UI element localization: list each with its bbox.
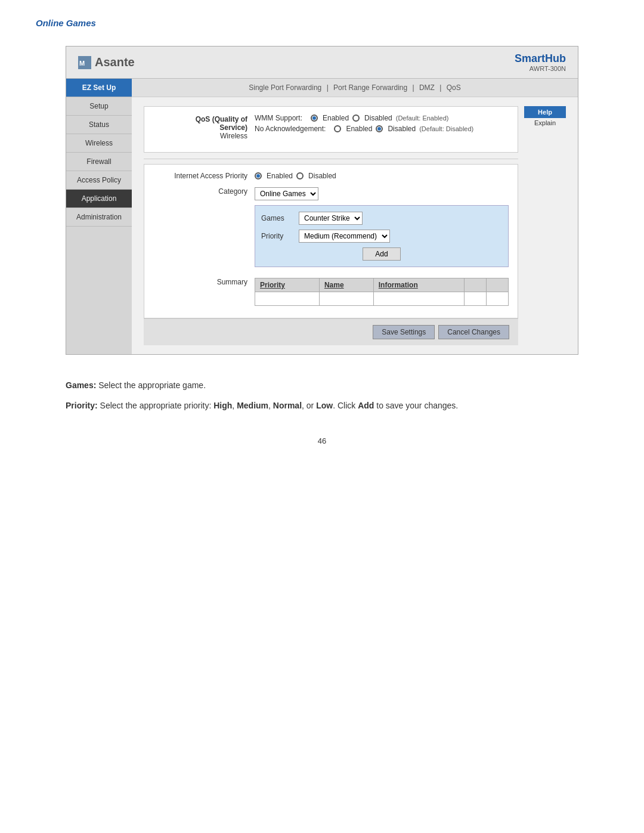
col-name: Name — [319, 278, 373, 292]
wmm-enabled-label: Enabled — [323, 114, 349, 122]
qos-section: QoS (Quality ofService) Wireless WMM Sup… — [144, 106, 518, 153]
priority-description: Priority: Select the appropriate priorit… — [66, 399, 578, 412]
page-number: 46 — [36, 436, 608, 445]
top-nav: Single Port Forwarding | Port Range Forw… — [132, 79, 578, 97]
form-section: QoS (Quality ofService) Wireless WMM Sup… — [144, 106, 518, 345]
games-priority-label: Priority — [261, 232, 294, 240]
priority-desc-text: Select the appropriate priority: High, M… — [100, 401, 459, 410]
empty-name — [319, 292, 373, 306]
sidebar-item-firewall[interactable]: Firewall — [66, 153, 132, 171]
wmm-disabled-radio-icon — [352, 114, 360, 122]
sidebar-item-wireless[interactable]: Wireless — [66, 134, 132, 153]
qos-section-label: QoS (Quality ofService) Wireless — [153, 114, 255, 140]
priority-radio-row: Enabled Disabled — [255, 172, 509, 180]
smarthub-brand: SmartHub — [515, 52, 566, 65]
col-action1 — [464, 278, 486, 292]
wmm-default: (Default: Enabled) — [396, 114, 449, 122]
summary-fields: Priority Name Information — [255, 278, 509, 306]
save-settings-button[interactable]: Save Settings — [373, 325, 435, 339]
description-section: Games: Select the appropriate game. Prio… — [66, 379, 578, 413]
games-grid: Games Counter Strike Quake StarCraft War… — [255, 205, 509, 267]
qos-fields: WMM Support: Enabled Disabled (Default: … — [255, 114, 509, 135]
empty-priority — [255, 292, 320, 306]
nav-single-port[interactable]: Single Port Forwarding — [249, 83, 321, 92]
qos-label-row: QoS (Quality ofService) Wireless WMM Sup… — [153, 114, 509, 140]
games-name-label: Games — [261, 214, 294, 222]
noack-disabled-radio-icon — [376, 125, 383, 132]
col-information: Information — [373, 278, 464, 292]
summary-empty-row — [255, 292, 509, 306]
asante-logo: M Asante — [78, 55, 135, 69]
nav-dmz[interactable]: DMZ — [419, 83, 435, 92]
games-grid-fields: Games Counter Strike Quake StarCraft War… — [255, 205, 509, 272]
page-title: Online Games — [36, 18, 608, 28]
help-button[interactable]: Help — [524, 106, 566, 118]
games-name-row: Games Counter Strike Quake StarCraft War… — [261, 212, 502, 225]
add-button[interactable]: Add — [363, 247, 400, 261]
noack-disabled-label: Disabled — [388, 125, 416, 133]
empty-info — [373, 292, 464, 306]
games-select[interactable]: Counter Strike Quake StarCraft Warcraft — [299, 212, 363, 225]
priority-prefix: Priority: — [66, 401, 98, 410]
priority-enabled-label: Enabled — [267, 172, 293, 180]
category-label: Category — [153, 187, 255, 196]
priority-disabled-radio-icon — [296, 172, 304, 179]
summary-header-row: Priority Name Information — [255, 278, 509, 292]
games-prefix: Games: — [66, 380, 96, 390]
asante-brand: Asante — [95, 55, 135, 69]
empty-action2 — [486, 292, 508, 306]
smarthub-logo: SmartHub AWRT-300N — [515, 52, 566, 72]
games-description: Games: Select the appropriate game. — [66, 379, 578, 392]
sidebar-item-status[interactable]: Status — [66, 116, 132, 134]
section-divider — [144, 159, 518, 159]
router-header: M Asante SmartHub AWRT-300N — [66, 47, 578, 79]
explain-label: Explain — [524, 119, 566, 126]
smarthub-model: AWRT-300N — [515, 65, 566, 72]
cancel-changes-button[interactable]: Cancel Changes — [438, 325, 509, 339]
router-body: EZ Set Up Setup Status Wireless Firewall… — [66, 79, 578, 354]
internet-section: Internet Access Priority Enabled Disable… — [144, 164, 518, 318]
games-desc-text: Select the appropriate game. — [98, 380, 206, 390]
noack-default: (Default: Disabled) — [419, 125, 473, 132]
category-select[interactable]: Online Games Applications MAC Address Et… — [255, 187, 318, 200]
priority-toggle-row: Internet Access Priority Enabled Disable… — [153, 172, 509, 182]
content-area: QoS (Quality ofService) Wireless WMM Sup… — [132, 97, 578, 354]
priority-enabled-radio-icon — [255, 172, 262, 179]
noack-row: No Acknowledgement: Enabled Disabled (De… — [255, 125, 509, 133]
col-priority: Priority — [255, 278, 320, 292]
wmm-support-row: WMM Support: Enabled Disabled (Default: … — [255, 114, 509, 122]
priority-disabled-label: Disabled — [308, 172, 336, 180]
main-content: Single Port Forwarding | Port Range Forw… — [132, 79, 578, 354]
asante-logo-icon: M — [78, 56, 91, 69]
priority-section-label: Internet Access Priority — [153, 172, 255, 180]
priority-fields: Enabled Disabled — [255, 172, 509, 182]
sidebar-item-ezsetup[interactable]: EZ Set Up — [66, 79, 132, 97]
wmm-enabled-radio-icon — [311, 114, 318, 122]
category-fields: Online Games Applications MAC Address Et… — [255, 187, 509, 200]
col-action2 — [486, 278, 508, 292]
empty-action1 — [464, 292, 486, 306]
category-row: Category Online Games Applications MAC A… — [153, 187, 509, 200]
footer-buttons: Save Settings Cancel Changes — [144, 318, 518, 345]
wmm-disabled-label: Disabled — [364, 114, 392, 122]
noack-enabled-label: Enabled — [346, 125, 372, 133]
noack-enabled-radio-icon — [334, 125, 341, 132]
sidebar: EZ Set Up Setup Status Wireless Firewall… — [66, 79, 132, 354]
nav-qos[interactable]: QoS — [447, 83, 461, 92]
summary-table: Priority Name Information — [255, 278, 509, 306]
sidebar-item-application[interactable]: Application — [66, 190, 132, 208]
games-grid-row: Games Counter Strike Quake StarCraft War… — [153, 205, 509, 272]
noack-label: No Acknowledgement: — [255, 125, 326, 133]
summary-label: Summary — [153, 278, 255, 286]
sidebar-item-administration[interactable]: Administration — [66, 208, 132, 227]
sidebar-item-access-policy[interactable]: Access Policy — [66, 171, 132, 190]
summary-row: Summary Priority Name Information — [153, 278, 509, 306]
nav-port-range[interactable]: Port Range Forwarding — [333, 83, 407, 92]
router-panel: M Asante SmartHub AWRT-300N EZ Set Up Se… — [66, 46, 578, 355]
games-priority-row: Priority High Medium (Recommend) Normal … — [261, 230, 502, 243]
wmm-label: WMM Support: — [255, 114, 302, 122]
help-panel: Help Explain — [524, 106, 566, 345]
svg-text:M: M — [79, 60, 85, 67]
priority-select[interactable]: High Medium (Recommend) Normal Low — [299, 230, 390, 243]
sidebar-item-setup[interactable]: Setup — [66, 97, 132, 116]
